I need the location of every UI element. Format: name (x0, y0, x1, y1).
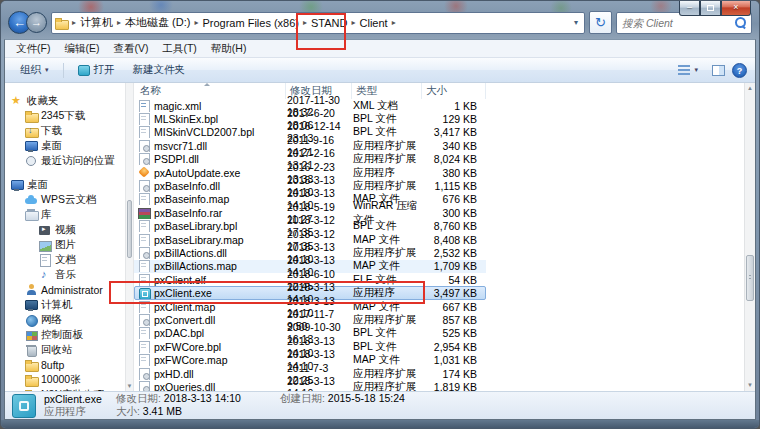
menu-item[interactable]: 工具(T) (155, 42, 203, 56)
column-header-name[interactable]: 名称 (134, 83, 286, 99)
change-view-button[interactable]: ▾ (671, 63, 705, 77)
column-header-type[interactable]: 类型 (352, 83, 422, 99)
file-type: BPL 文件 (353, 219, 423, 233)
sidebar-item[interactable]: 2345下载 (5, 108, 125, 123)
file-icon (138, 180, 150, 192)
breadcrumb: ▸ 计算机 ▸ 本地磁盘 (D:) ▸ Program Files (x86) (68, 15, 388, 30)
breadcrumb-item[interactable]: ▸ STAND (299, 17, 347, 29)
breadcrumb-item[interactable]: ▸ 计算机 (68, 15, 113, 30)
sidebar-item[interactable]: 桌面 (5, 138, 125, 153)
file-size: 667 KB (423, 301, 485, 313)
sidebar-item[interactable]: 回收站 (5, 342, 125, 357)
sidebar-item[interactable]: 计算机 (5, 297, 125, 312)
sidebar-item-icon (39, 239, 52, 251)
file-type: 应用程序扩展 (353, 152, 423, 166)
sidebar-item[interactable]: 网络 (5, 312, 125, 327)
file-name-cell: pxClient.exe (135, 287, 287, 299)
menu-item[interactable]: 帮助(H) (204, 42, 254, 56)
sidebar-item[interactable]: Administrator (5, 282, 125, 297)
sidebar-item[interactable]: 控制面板 (5, 327, 125, 342)
sidebar-item-label: 8uftp (41, 359, 64, 371)
scroll-down-icon[interactable]: ▼ (126, 381, 133, 391)
breadcrumb-item[interactable]: ▸ 本地磁盘 (D:) (113, 15, 190, 30)
file-icon (138, 260, 150, 272)
sidebar-scrollbar[interactable]: ▼ (125, 83, 134, 391)
sidebar-item[interactable]: 10000张 (5, 372, 125, 387)
list-scrollbar[interactable]: ▲ ▼ (744, 83, 755, 391)
menu-item[interactable]: 查看(V) (106, 42, 155, 56)
file-size: 1,819 KB (423, 381, 485, 391)
app-icon (78, 65, 90, 76)
search-input[interactable] (622, 17, 735, 29)
file-type: BPL 文件 (353, 112, 423, 126)
sidebar-item[interactable]: 视频 (5, 222, 125, 237)
close-button[interactable]: × (721, 1, 751, 16)
file-rows: magic.xml 2017-11-30 18:32 XML 文档 1 KB M… (134, 99, 744, 391)
minimize-button[interactable]: – (679, 1, 700, 16)
maximize-button[interactable] (700, 1, 721, 16)
toolbar-right: ▾ ? (671, 63, 747, 78)
column-header-size[interactable]: 大小 (422, 83, 486, 99)
table-row[interactable]: pxQueries.dll 2018-3-13 14:10 应用程序扩展 1,8… (134, 380, 486, 391)
sidebar-item[interactable]: 下载 (5, 123, 125, 138)
scrollbar-thumb[interactable] (746, 255, 754, 301)
forward-button[interactable]: → (26, 12, 47, 33)
sort-ascending-icon (204, 83, 210, 86)
window-content: 文件(F) 编辑(E) 查看(V) 工具(T) 帮助(H) 组织 ▾ 打开 新建… (4, 39, 756, 420)
sidebar-item[interactable]: N2N安装步骤 (5, 387, 125, 391)
scroll-up-icon[interactable]: ▲ (745, 83, 755, 94)
file-name-cell: pxConvert.dll (135, 314, 287, 326)
column-label: 名称 (140, 84, 161, 98)
sidebar-item[interactable]: WPS云文档 (5, 192, 125, 207)
file-icon (138, 381, 150, 391)
scroll-down-icon[interactable]: ▼ (745, 380, 755, 391)
file-name-cell: pxBillActions.map (135, 260, 287, 272)
details-modified: 修改日期: 2018-3-13 14:10 (116, 392, 274, 406)
sidebar-item[interactable]: 最近访问的位置 (5, 153, 125, 168)
sidebar-item-icon (25, 344, 38, 356)
list-view-icon (678, 65, 690, 75)
address-dropdown-icon[interactable]: ▾ (571, 18, 581, 27)
chevron-right-icon: ▸ (348, 18, 360, 27)
sidebar-item[interactable]: 收藏夹 (5, 93, 125, 108)
sidebar-item[interactable]: 8uftp (5, 357, 125, 372)
sidebar-item[interactable]: 库 (5, 207, 125, 222)
breadcrumb-item[interactable]: ▸ Client (348, 17, 388, 29)
sidebar-item[interactable]: 桌面 (5, 177, 125, 192)
address-bar[interactable]: ▸ 计算机 ▸ 本地磁盘 (D:) ▸ Program Files (x86) (51, 12, 585, 34)
organize-button[interactable]: 组织 ▾ (13, 61, 56, 79)
help-button[interactable]: ? (732, 63, 747, 78)
sidebar-item-icon (25, 389, 38, 392)
file-name-cell: pxClient.map (135, 301, 287, 313)
scrollbar-thumb[interactable] (127, 200, 132, 258)
file-type: 应用程序 (353, 286, 423, 300)
sidebar-item[interactable]: 图片 (5, 237, 125, 252)
details-modified-value: 2018-3-13 14:10 (164, 392, 241, 404)
preview-pane-button[interactable] (712, 65, 725, 76)
sidebar-item-icon (25, 125, 38, 137)
file-name: pxBillActions.map (154, 260, 237, 272)
menu-item[interactable]: 文件(F) (9, 42, 57, 56)
file-icon (138, 193, 150, 205)
file-size: 1 KB (423, 100, 485, 112)
new-folder-button[interactable]: 新建文件夹 (126, 61, 193, 79)
sidebar-item-icon (25, 140, 38, 152)
open-button[interactable]: 打开 (71, 61, 122, 79)
file-name-cell: pxBaseLibrary.bpl (135, 220, 287, 232)
breadcrumb-item[interactable]: ▸ Program Files (x86) (190, 17, 299, 29)
sidebar-item[interactable]: 音乐 (5, 267, 125, 282)
file-size: 129 KB (423, 113, 485, 125)
sidebar-item[interactable]: 文档 (5, 252, 125, 267)
details-size-label: 大小: (116, 405, 140, 417)
chevron-down-icon: ▾ (45, 66, 49, 74)
refresh-button[interactable]: ↻ (589, 11, 612, 34)
file-icon (138, 113, 150, 125)
file-list-area: 名称 修改日期 类型 大小 (134, 83, 755, 391)
search-icon[interactable] (735, 17, 746, 28)
file-type: 应用程序扩展 (353, 246, 423, 260)
file-size: 54 KB (423, 274, 485, 286)
sidebar-item-label: 控制面板 (41, 328, 83, 342)
file-name-cell: pxHD.dll (135, 368, 287, 380)
new-folder-label: 新建文件夹 (133, 63, 186, 77)
menu-item[interactable]: 编辑(E) (57, 42, 106, 56)
